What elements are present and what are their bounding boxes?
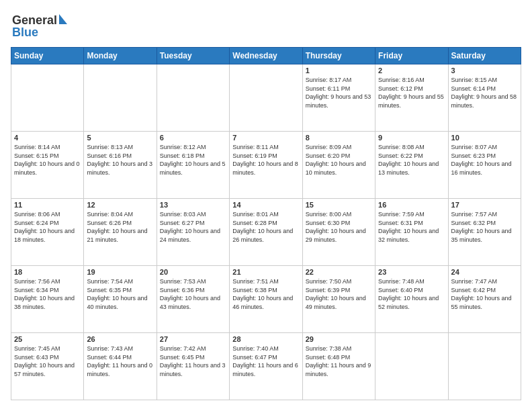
weekday-header-monday: Monday — [84, 48, 157, 64]
day-number: 27 — [160, 335, 226, 343]
calendar-day-cell: 18Sunrise: 7:56 AM Sunset: 6:34 PM Dayli… — [11, 266, 84, 333]
day-info: Sunrise: 8:08 AM Sunset: 6:22 PM Dayligh… — [378, 143, 445, 177]
calendar-table: SundayMondayTuesdayWednesdayThursdayFrid… — [11, 47, 521, 400]
weekday-header-row: SundayMondayTuesdayWednesdayThursdayFrid… — [11, 48, 521, 64]
calendar-day-cell: 17Sunrise: 7:57 AM Sunset: 6:32 PM Dayli… — [448, 199, 521, 266]
calendar-day-cell — [11, 64, 84, 132]
calendar-day-cell — [375, 333, 448, 400]
calendar-week-row: 1Sunrise: 8:17 AM Sunset: 6:11 PM Daylig… — [11, 64, 521, 132]
day-number: 9 — [378, 134, 445, 142]
header: GeneralBlue — [11, 11, 521, 40]
logo-svg: GeneralBlue — [11, 11, 71, 40]
day-info: Sunrise: 8:13 AM Sunset: 6:16 PM Dayligh… — [87, 143, 153, 177]
weekday-header-saturday: Saturday — [448, 48, 521, 64]
day-info: Sunrise: 7:57 AM Sunset: 6:32 PM Dayligh… — [451, 210, 518, 244]
day-number: 28 — [232, 335, 299, 343]
day-number: 17 — [451, 201, 518, 209]
weekday-header-thursday: Thursday — [302, 48, 375, 64]
calendar-day-cell: 2Sunrise: 8:16 AM Sunset: 6:12 PM Daylig… — [375, 64, 448, 132]
day-info: Sunrise: 7:43 AM Sunset: 6:44 PM Dayligh… — [87, 345, 153, 378]
day-number: 20 — [160, 268, 226, 276]
calendar-day-cell: 16Sunrise: 7:59 AM Sunset: 6:31 PM Dayli… — [375, 199, 448, 266]
calendar-week-row: 25Sunrise: 7:45 AM Sunset: 6:43 PM Dayli… — [11, 333, 521, 400]
calendar-day-cell: 28Sunrise: 7:40 AM Sunset: 6:47 PM Dayli… — [230, 333, 302, 400]
calendar-day-cell: 5Sunrise: 8:13 AM Sunset: 6:16 PM Daylig… — [84, 132, 157, 199]
calendar-day-cell: 7Sunrise: 8:11 AM Sunset: 6:19 PM Daylig… — [230, 132, 302, 199]
day-info: Sunrise: 8:00 AM Sunset: 6:30 PM Dayligh… — [306, 210, 372, 244]
day-info: Sunrise: 8:17 AM Sunset: 6:11 PM Dayligh… — [306, 76, 372, 109]
page: GeneralBlue SundayMondayTuesdayWednesday… — [0, 0, 532, 411]
calendar-day-cell: 20Sunrise: 7:53 AM Sunset: 6:36 PM Dayli… — [157, 266, 229, 333]
day-number: 7 — [232, 134, 299, 142]
calendar-day-cell: 11Sunrise: 8:06 AM Sunset: 6:24 PM Dayli… — [11, 199, 84, 266]
day-number: 5 — [87, 134, 153, 142]
calendar-day-cell: 9Sunrise: 8:08 AM Sunset: 6:22 PM Daylig… — [375, 132, 448, 199]
calendar-day-cell: 21Sunrise: 7:51 AM Sunset: 6:38 PM Dayli… — [230, 266, 302, 333]
day-info: Sunrise: 8:11 AM Sunset: 6:19 PM Dayligh… — [232, 143, 299, 177]
day-info: Sunrise: 7:50 AM Sunset: 6:39 PM Dayligh… — [306, 277, 372, 311]
day-number: 25 — [14, 335, 81, 343]
day-number: 12 — [87, 201, 153, 209]
weekday-header-tuesday: Tuesday — [157, 48, 229, 64]
calendar-day-cell: 23Sunrise: 7:48 AM Sunset: 6:40 PM Dayli… — [375, 266, 448, 333]
day-info: Sunrise: 7:56 AM Sunset: 6:34 PM Dayligh… — [14, 277, 81, 311]
day-info: Sunrise: 7:38 AM Sunset: 6:48 PM Dayligh… — [306, 345, 372, 378]
day-info: Sunrise: 8:16 AM Sunset: 6:12 PM Dayligh… — [378, 76, 445, 109]
day-info: Sunrise: 8:09 AM Sunset: 6:20 PM Dayligh… — [306, 143, 372, 177]
day-number: 23 — [378, 268, 445, 276]
day-info: Sunrise: 8:15 AM Sunset: 6:14 PM Dayligh… — [451, 76, 518, 109]
svg-text:General: General — [12, 13, 57, 27]
calendar-day-cell: 8Sunrise: 8:09 AM Sunset: 6:20 PM Daylig… — [302, 132, 375, 199]
day-info: Sunrise: 8:07 AM Sunset: 6:23 PM Dayligh… — [451, 143, 518, 177]
calendar-day-cell: 22Sunrise: 7:50 AM Sunset: 6:39 PM Dayli… — [302, 266, 375, 333]
calendar-day-cell: 13Sunrise: 8:03 AM Sunset: 6:27 PM Dayli… — [157, 199, 229, 266]
day-number: 2 — [378, 66, 445, 75]
day-number: 26 — [87, 335, 153, 343]
weekday-header-friday: Friday — [375, 48, 448, 64]
day-info: Sunrise: 7:48 AM Sunset: 6:40 PM Dayligh… — [378, 277, 445, 311]
calendar-day-cell — [230, 64, 302, 132]
calendar-day-cell: 27Sunrise: 7:42 AM Sunset: 6:45 PM Dayli… — [157, 333, 229, 400]
day-number: 4 — [14, 134, 81, 142]
day-number: 16 — [378, 201, 445, 209]
calendar-week-row: 11Sunrise: 8:06 AM Sunset: 6:24 PM Dayli… — [11, 199, 521, 266]
day-info: Sunrise: 7:54 AM Sunset: 6:35 PM Dayligh… — [87, 277, 153, 311]
calendar-day-cell: 29Sunrise: 7:38 AM Sunset: 6:48 PM Dayli… — [302, 333, 375, 400]
day-info: Sunrise: 7:51 AM Sunset: 6:38 PM Dayligh… — [232, 277, 299, 311]
calendar-day-cell: 19Sunrise: 7:54 AM Sunset: 6:35 PM Dayli… — [84, 266, 157, 333]
day-number: 6 — [160, 134, 226, 142]
calendar-day-cell: 4Sunrise: 8:14 AM Sunset: 6:15 PM Daylig… — [11, 132, 84, 199]
calendar-day-cell — [157, 64, 229, 132]
day-info: Sunrise: 7:59 AM Sunset: 6:31 PM Dayligh… — [378, 210, 445, 244]
day-number: 3 — [451, 66, 518, 75]
day-info: Sunrise: 7:53 AM Sunset: 6:36 PM Dayligh… — [160, 277, 226, 311]
day-info: Sunrise: 8:03 AM Sunset: 6:27 PM Dayligh… — [160, 210, 226, 244]
day-number: 8 — [306, 134, 372, 142]
calendar-day-cell: 10Sunrise: 8:07 AM Sunset: 6:23 PM Dayli… — [448, 132, 521, 199]
day-number: 15 — [306, 201, 372, 209]
day-info: Sunrise: 8:01 AM Sunset: 6:28 PM Dayligh… — [232, 210, 299, 244]
calendar-day-cell: 24Sunrise: 7:47 AM Sunset: 6:42 PM Dayli… — [448, 266, 521, 333]
logo: GeneralBlue — [11, 11, 71, 40]
day-number: 11 — [14, 201, 81, 209]
calendar-week-row: 4Sunrise: 8:14 AM Sunset: 6:15 PM Daylig… — [11, 132, 521, 199]
day-number: 22 — [306, 268, 372, 276]
calendar-day-cell: 3Sunrise: 8:15 AM Sunset: 6:14 PM Daylig… — [448, 64, 521, 132]
svg-marker-2 — [59, 14, 67, 24]
calendar-day-cell: 12Sunrise: 8:04 AM Sunset: 6:26 PM Dayli… — [84, 199, 157, 266]
day-info: Sunrise: 8:12 AM Sunset: 6:18 PM Dayligh… — [160, 143, 226, 177]
day-number: 29 — [306, 335, 372, 343]
calendar-week-row: 18Sunrise: 7:56 AM Sunset: 6:34 PM Dayli… — [11, 266, 521, 333]
day-number: 1 — [306, 66, 372, 75]
day-info: Sunrise: 8:14 AM Sunset: 6:15 PM Dayligh… — [14, 143, 81, 177]
day-number: 18 — [14, 268, 81, 276]
calendar-day-cell: 26Sunrise: 7:43 AM Sunset: 6:44 PM Dayli… — [84, 333, 157, 400]
day-info: Sunrise: 7:42 AM Sunset: 6:45 PM Dayligh… — [160, 345, 226, 378]
calendar-day-cell: 6Sunrise: 8:12 AM Sunset: 6:18 PM Daylig… — [157, 132, 229, 199]
calendar-day-cell: 14Sunrise: 8:01 AM Sunset: 6:28 PM Dayli… — [230, 199, 302, 266]
svg-text:Blue: Blue — [12, 26, 38, 39]
calendar-day-cell: 15Sunrise: 8:00 AM Sunset: 6:30 PM Dayli… — [302, 199, 375, 266]
weekday-header-sunday: Sunday — [11, 48, 84, 64]
day-number: 24 — [451, 268, 518, 276]
day-number: 13 — [160, 201, 226, 209]
